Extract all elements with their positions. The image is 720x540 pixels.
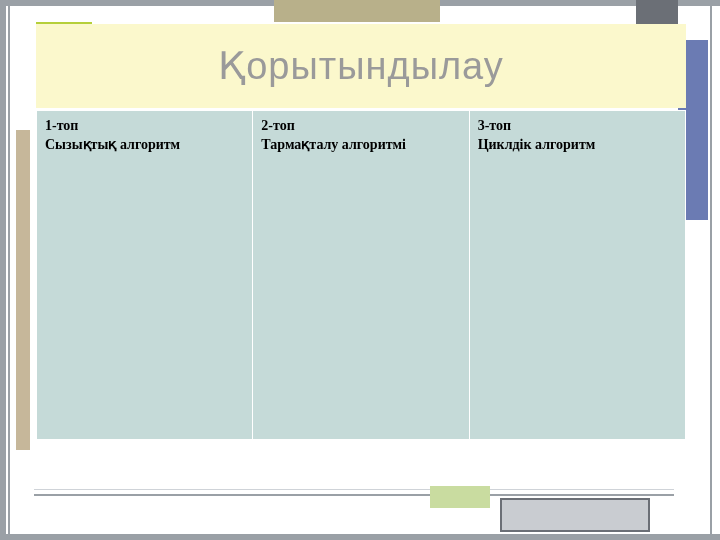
cell-group-3: 3-топ Циклдік алгоритм	[469, 111, 685, 440]
accent-olive-2	[394, 0, 440, 22]
frame-bottom-thin	[34, 489, 674, 490]
slide-title: Қорытындылау	[218, 44, 504, 88]
title-band: Қорытындылау	[36, 24, 686, 108]
cell-group-2: 2-топ Тармақталу алгоритмі	[253, 111, 469, 440]
group-label: 3-топ	[478, 117, 677, 136]
groups-table: 1-топ Сызықтық алгоритм 2-топ Тармақталу…	[36, 110, 686, 440]
frame-left-line	[8, 0, 10, 540]
accent-green-small	[430, 486, 490, 508]
group-topic: Циклдік алгоритм	[478, 136, 677, 155]
accent-gray-box	[500, 498, 650, 532]
table-row: 1-топ Сызықтық алгоритм 2-топ Тармақталу…	[37, 111, 686, 440]
slide: Қорытындылау 1-топ Сызықтық алгоритм 2-т…	[0, 0, 720, 540]
frame-bottom-line	[34, 494, 674, 496]
frame-left	[0, 0, 6, 540]
accent-tan	[16, 130, 30, 450]
group-label: 2-топ	[261, 117, 460, 136]
groups-table-wrap: 1-топ Сызықтық алгоритм 2-топ Тармақталу…	[36, 110, 686, 440]
accent-olive-1	[274, 0, 394, 22]
cell-group-1: 1-топ Сызықтық алгоритм	[37, 111, 253, 440]
frame-bottom	[0, 534, 720, 540]
group-topic: Сызықтық алгоритм	[45, 136, 244, 155]
frame-right-line	[710, 0, 712, 540]
group-label: 1-топ	[45, 117, 244, 136]
group-topic: Тармақталу алгоритмі	[261, 136, 460, 155]
